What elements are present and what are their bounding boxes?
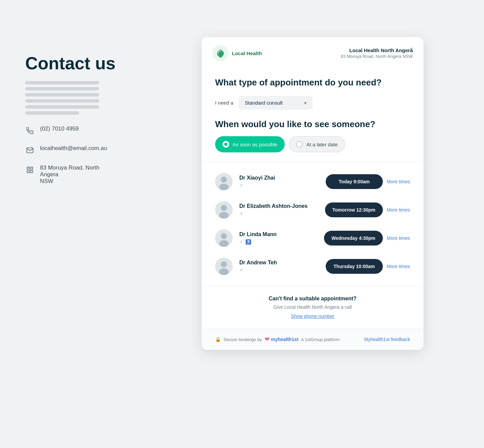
svg-rect-3 [27,171,29,173]
i-need-label: I need a [215,100,233,106]
clinic-info: Local Health North Angera 83 Moruya Road… [341,47,413,59]
avatar [215,173,233,190]
clinic-name: Local Health North Angera [341,47,413,53]
consult-type-select[interactable]: Standard consult ▾ [239,96,313,110]
email-contact: localhealth@email.com.au [25,145,116,155]
doctor-extra-icon: ♿ [245,239,251,245]
svg-point-12 [221,233,227,239]
secure-label: Secure bookings by [224,337,262,342]
svg-point-9 [221,205,227,211]
mh1st-logo: ❤ myhealth1st [265,336,298,343]
when-section: When would you like to see someone? As s… [202,119,424,162]
later-label: At a later date [306,142,337,147]
clinic-address: 83 Moruya Road, North Angera NSW [341,54,413,59]
avatar [215,201,233,219]
gender-icon: ♀ [239,211,243,216]
later-radio [296,141,303,148]
more-times-link[interactable]: More times [387,179,410,184]
svg-point-7 [219,184,229,190]
table-row: Dr Elizabeth Ashton-Jones ♀ Tomorrow 12:… [202,196,424,224]
description-line-2 [25,87,99,90]
chevron-down-icon: ▾ [304,100,307,106]
doctors-section: Dr Xiaoyi Zhai ♂ Today 9:00am More times [202,162,424,286]
when-section-title: When would you like to see someone? [215,119,410,129]
lock-icon: 🔒 [215,337,221,342]
secure-bookings: 🔒 Secure bookings by ❤ myhealth1st a 1st… [215,336,340,343]
avatar [215,229,233,247]
doctor-info: Dr Elizabeth Ashton-Jones ♀ [239,203,318,217]
gender-icon: ♀ [239,239,243,245]
book-button[interactable]: Wednesday 4:30pm [324,231,382,246]
svg-rect-2 [31,171,33,173]
cant-find-desc: Give Local Health North Angera a call [215,304,410,310]
table-row: Dr Linda Mann ♀ ♿ Wednesday 4:30pm More … [202,224,424,252]
table-row: Dr Andrew Teh ♂ Thursday 10:00am More ti… [202,252,424,281]
address-contact: 83 Moruya Road, North Angera NSW [25,164,116,185]
description-line-3 [25,93,99,97]
doctor-actions: Wednesday 4:30pm More times [324,231,410,246]
asap-radio [223,141,229,148]
gender-icon: ♂ [239,267,243,273]
description-line-6 [25,111,79,115]
svg-point-10 [219,212,229,219]
doctor-actions: Thursday 10:00am More times [326,259,410,274]
sidebar-description [25,81,116,115]
book-button[interactable]: Today 9:00am [326,174,383,189]
asap-radio-dot [224,143,228,146]
time-options: As soon as possible At a later date [215,136,410,152]
address-text: 83 Moruya Road, North Angera NSW [40,164,116,185]
cant-find-section: Can't find a suitable appointment? Give … [202,286,424,329]
doctor-info: Dr Xiaoyi Zhai ♂ [239,175,319,188]
doctor-actions: Today 9:00am More times [326,174,410,189]
modal-logo: Local Health [212,45,262,61]
more-times-link[interactable]: More times [387,235,410,241]
doctor-name: Dr Linda Mann [239,231,317,237]
page-title: Contact us [25,54,116,73]
description-line-5 [25,105,99,109]
svg-rect-0 [27,167,29,169]
svg-point-15 [221,261,227,267]
svg-point-13 [219,240,229,247]
svg-point-16 [219,268,229,275]
platform-label: a 1stGroup platform [301,337,340,342]
appointment-type-section: What type of appointment do you need? I … [202,68,424,119]
close-icon: × [409,45,413,53]
asap-option[interactable]: As soon as possible [215,136,285,152]
address-icon [25,165,35,175]
book-button[interactable]: Thursday 10:00am [326,259,383,274]
doctor-name: Dr Xiaoyi Zhai [239,175,319,181]
doctor-actions: Tomorrow 12:30pm More times [325,202,410,217]
logo-text: Local Health [232,50,262,56]
cant-find-title: Can't find a suitable appointment? [215,296,410,302]
avatar [215,258,233,275]
mh1st-text: myhealth1st [271,337,298,342]
modal-header: Local Health Local Health North Angera 8… [202,37,424,68]
later-option[interactable]: At a later date [289,136,345,152]
sidebar: Contact us (02) 7010 4959 [0,13,141,448]
modal-overlay: Local Health Local Health North Angera 8… [141,13,484,448]
feedback-link[interactable]: Myhealth1st feedback [364,337,410,342]
close-button[interactable]: × [406,44,417,54]
email-icon [25,146,35,155]
phone-number: (02) 7010 4959 [40,125,79,132]
appointment-row: I need a Standard consult ▾ [215,96,410,110]
gender-icon: ♂ [239,182,243,188]
consult-type-label: Standard consult [245,100,283,106]
email-address: localhealth@email.com.au [40,145,107,152]
more-times-link[interactable]: More times [387,264,410,269]
doctor-info: Dr Linda Mann ♀ ♿ [239,231,317,245]
appointment-section-title: What type of appointment do you need? [215,77,410,88]
phone-contact: (02) 7010 4959 [25,125,116,136]
show-phone-number-link[interactable]: Show phone number [291,313,334,319]
doctor-info: Dr Andrew Teh ♂ [239,260,319,273]
booking-modal: Local Health Local Health North Angera 8… [202,37,424,350]
description-line-1 [25,81,99,84]
svg-rect-1 [31,167,33,169]
more-times-link[interactable]: More times [387,207,410,213]
table-row: Dr Xiaoyi Zhai ♂ Today 9:00am More times [202,167,424,196]
local-health-logo-icon [212,45,229,61]
phone-icon [25,126,35,136]
doctor-name: Dr Andrew Teh [239,260,319,266]
description-line-4 [25,99,99,103]
book-button[interactable]: Tomorrow 12:30pm [325,202,383,217]
